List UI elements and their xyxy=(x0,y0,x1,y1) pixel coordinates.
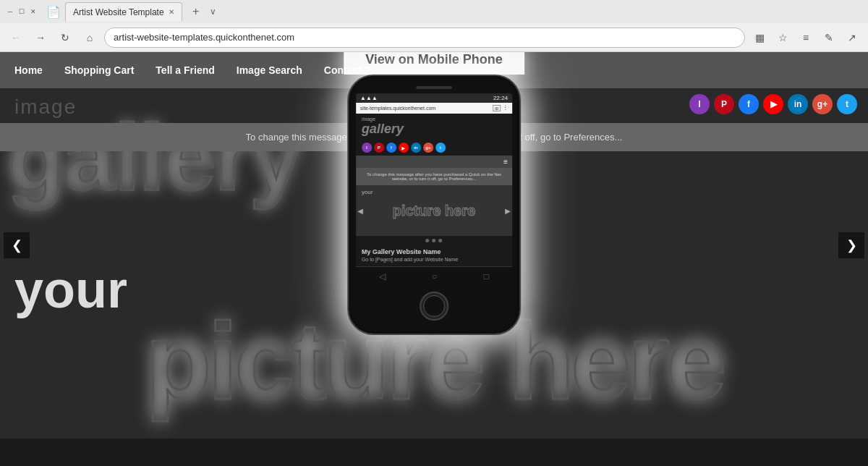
nav-shopping-cart[interactable]: Shopping Cart xyxy=(64,64,134,76)
phone-gallery-subtitle: Go to [Pages] and add your Website Name xyxy=(356,257,512,266)
twitter-icon[interactable]: t xyxy=(837,94,857,114)
address-bar[interactable]: artist-website-templates.quickonthenet.c… xyxy=(104,27,745,48)
phone-hamburger-icon: ≡ xyxy=(503,158,508,166)
pinterest-icon[interactable]: P xyxy=(714,94,734,114)
phone-bottom-nav: ◁ ○ □ xyxy=(356,266,512,286)
phone-site-header: image gallery xyxy=(356,114,512,140)
share-button[interactable]: ↗ xyxy=(842,27,862,48)
phone-device: ▲▲▲ 22:24 site-templates.quickonthenet.c… xyxy=(347,75,521,335)
mobile-label: View on Mobile Phone xyxy=(344,52,524,75)
nav-bar: ← → ↻ ⌂ artist-website-templates.quickon… xyxy=(0,23,868,52)
tab-favicon: 📄 xyxy=(46,5,61,19)
phone-home-button-inner xyxy=(423,295,445,317)
mobile-overlay: View on Mobile Phone ▲▲▲ 22:24 site-temp… xyxy=(344,52,524,335)
slider-arrow-right[interactable]: ❯ xyxy=(838,232,864,258)
nav-actions: ▦ ☆ ≡ ✎ ↗ xyxy=(749,27,862,48)
signal-icon: ▲▲▲ xyxy=(360,95,378,101)
phone-social-row: I P f ▶ in g+ t xyxy=(356,140,512,156)
phone-status-bar: ▲▲▲ 22:24 xyxy=(356,93,512,103)
phone-screen: ▲▲▲ 22:24 site-templates.quickonthenet.c… xyxy=(356,93,512,286)
home-button[interactable]: ⌂ xyxy=(80,27,100,48)
phone-address-text: site-templates.quickonthenet.com xyxy=(360,106,435,111)
phone-dot-2 xyxy=(433,239,436,242)
slider-arrow-left[interactable]: ❮ xyxy=(4,232,30,258)
phone-menu-icon: ⋮ xyxy=(503,105,508,111)
status-time: 22:24 xyxy=(493,95,508,101)
phone-message: To change this message after you have pu… xyxy=(356,168,512,185)
linkedin-icon[interactable]: in xyxy=(788,94,808,114)
restore-button[interactable]: ☐ xyxy=(17,7,26,16)
minimize-button[interactable]: ─ xyxy=(6,7,14,16)
phone-home-button xyxy=(420,292,448,321)
browser-chrome: ─ ☐ ✕ 📄 Artist Website Template ✕ + ∨ ← … xyxy=(0,0,868,52)
browser-tab[interactable]: Artist Website Template ✕ xyxy=(65,2,182,21)
close-button[interactable]: ✕ xyxy=(29,7,38,16)
phone-youtube-icon: ▶ xyxy=(399,143,409,153)
phone-title-small: image xyxy=(362,116,506,122)
nav-home[interactable]: Home xyxy=(14,64,43,76)
googleplus-icon[interactable]: g+ xyxy=(812,94,833,114)
phone-hero-arrows: ◀ ▶ xyxy=(356,207,512,215)
phone-menu-bar: ≡ xyxy=(356,156,512,168)
phone-linkedin-icon: in xyxy=(411,143,421,153)
instagram-icon[interactable]: I xyxy=(689,94,710,114)
phone-arrow-right: ▶ xyxy=(505,207,511,215)
back-button[interactable]: ← xyxy=(6,27,26,48)
phone-title-large: gallery xyxy=(362,122,506,137)
phone-pinterest-icon: P xyxy=(374,143,384,153)
tab-title: Artist Website Template xyxy=(73,7,164,17)
nav-tell-a-friend[interactable]: Tell a Friend xyxy=(156,64,214,76)
phone-googleplus-icon: g+ xyxy=(423,143,433,153)
phone-recents-icon: □ xyxy=(484,271,489,281)
phone-arrow-left: ◀ xyxy=(357,207,363,215)
phone-dot-1 xyxy=(426,239,430,242)
phone-back-icon: ◁ xyxy=(379,271,386,281)
phone-twitter-icon: t xyxy=(435,143,446,153)
phone-dot-3 xyxy=(439,239,443,242)
phone-speaker xyxy=(416,86,452,89)
address-text: artist-website-templates.quickonthenet.c… xyxy=(114,32,294,43)
phone-home-icon: ○ xyxy=(432,271,437,281)
website-content: image gallery your picture here Home Sho… xyxy=(0,52,868,439)
youtube-icon[interactable]: ▶ xyxy=(763,94,783,114)
phone-hero: your picture here ◀ ▶ xyxy=(356,185,512,236)
phone-gallery-name: My Gallery Website Name xyxy=(356,245,512,257)
reader-view-button[interactable]: ▦ xyxy=(749,27,770,48)
pen-button[interactable]: ✎ xyxy=(819,27,839,48)
social-icons: I P f ▶ in g+ t xyxy=(689,94,857,114)
phone-facebook-icon: f xyxy=(386,143,396,153)
tab-close-button[interactable]: ✕ xyxy=(169,8,174,16)
menu-button[interactable]: ≡ xyxy=(796,27,816,48)
bookmark-button[interactable]: ☆ xyxy=(773,27,793,48)
tab-chevron[interactable]: ∨ xyxy=(210,7,216,17)
phone-slider-dots xyxy=(356,236,512,245)
new-tab-button[interactable]: + xyxy=(187,2,205,21)
window-controls: ─ ☐ ✕ xyxy=(6,7,38,16)
forward-button[interactable]: → xyxy=(30,27,51,48)
facebook-icon[interactable]: f xyxy=(739,94,759,114)
refresh-button[interactable]: ↻ xyxy=(55,27,75,48)
phone-tab-icon: ⊞ xyxy=(493,105,501,111)
phone-instagram-icon: I xyxy=(362,143,372,153)
phone-hero-your: your xyxy=(362,189,373,195)
title-bar: ─ ☐ ✕ 📄 Artist Website Template ✕ + ∨ xyxy=(0,0,868,23)
phone-address-bar[interactable]: site-templates.quickonthenet.com ⊞ ⋮ xyxy=(356,103,512,114)
nav-image-search[interactable]: Image Search xyxy=(237,64,302,76)
